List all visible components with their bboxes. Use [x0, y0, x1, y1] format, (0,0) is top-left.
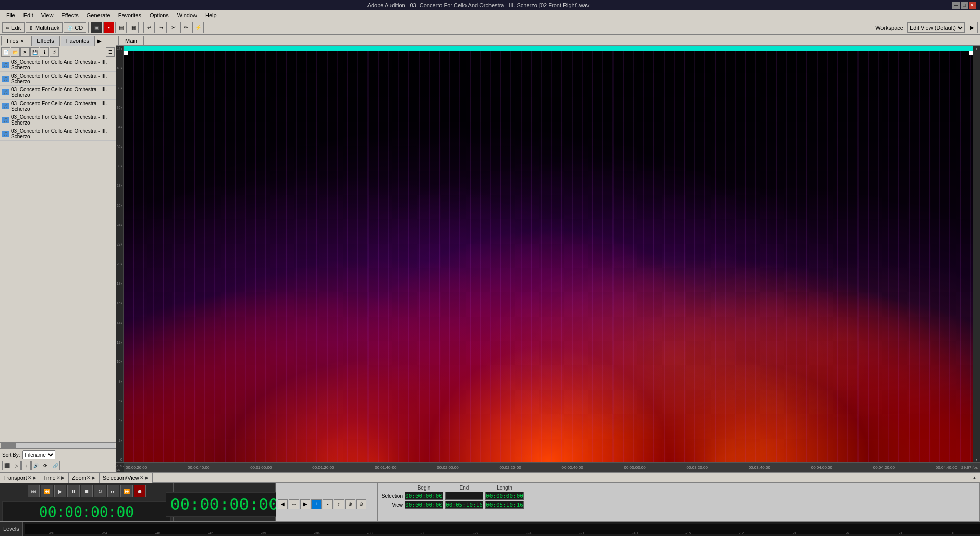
transport-tab-expand[interactable]: ▶: [32, 475, 37, 480]
maximize-button[interactable]: □: [961, 2, 968, 9]
levels-panel: Levels -60 -54 -48 -42 -39 -36 -33 -30 -…: [0, 521, 980, 536]
file-item[interactable]: 🎵 03_Concerto For Cello And Orchestra - …: [0, 58, 116, 72]
view-end-input[interactable]: [445, 501, 483, 509]
tool-btn-4[interactable]: ▦: [128, 22, 139, 33]
tool-btn-5[interactable]: ↩: [143, 22, 155, 33]
panel-bottom-btn-4[interactable]: 🔊: [31, 461, 40, 470]
transport-loop[interactable]: ↻: [94, 485, 106, 497]
sort-by-dropdown[interactable]: Filename: [22, 450, 55, 459]
panel-scroll-track[interactable]: [1, 443, 115, 448]
panel-scrollbar[interactable]: [0, 442, 116, 448]
file-item[interactable]: 🎵 03_Concerto For Cello And Orchestra - …: [0, 86, 116, 100]
freq-label: 40k: [117, 66, 123, 70]
zoom-out-horizontal[interactable]: ↔: [289, 499, 299, 509]
panel-bottom-btn-5[interactable]: ⟳: [41, 461, 50, 470]
file-item[interactable]: 🎵 03_Concerto For Cello And Orchestra - …: [0, 72, 116, 86]
panel-tool-info[interactable]: ℹ: [40, 47, 49, 57]
freq-ruler-right: ▲ ▼: [973, 46, 980, 462]
workspace-dropdown[interactable]: Edit View (Default): [907, 22, 965, 33]
zoom-tab-close[interactable]: ✕: [86, 475, 91, 480]
tool-btn-3[interactable]: ▤: [115, 22, 127, 33]
frequency-ruler: 42k 40k 38k 36k 34k 32k 30k 28k 26k 24k …: [116, 46, 124, 462]
selection-view-tab-close[interactable]: ✕: [139, 475, 144, 480]
panel-tool-new[interactable]: 📄: [1, 47, 10, 57]
panel-bottom-btn-1[interactable]: ⬛: [2, 461, 11, 470]
zoom-full[interactable]: ▶: [300, 499, 310, 509]
mode-edit-button[interactable]: ✏ Edit: [2, 22, 24, 33]
menu-options[interactable]: Options: [145, 11, 173, 19]
file-name: 03_Concerto For Cello And Orchestra - II…: [11, 59, 114, 70]
transport-play[interactable]: ▶: [54, 485, 66, 497]
menu-generate[interactable]: Generate: [83, 11, 114, 19]
file-item[interactable]: 🎵 03_Concerto For Cello And Orchestra - …: [0, 100, 116, 113]
menu-window[interactable]: Window: [173, 11, 201, 19]
panel-tool-menu[interactable]: ☰: [106, 47, 115, 57]
selection-view-tab[interactable]: Selection/View ✕ ▶: [100, 473, 153, 483]
freq-label: 12k: [117, 340, 123, 344]
time-tab-expand[interactable]: ▶: [61, 475, 65, 480]
menu-edit[interactable]: Edit: [19, 11, 37, 19]
selection-end-input[interactable]: [445, 492, 483, 500]
transport-skip-next[interactable]: ⏭: [107, 485, 119, 497]
tool-btn-7[interactable]: ✂: [168, 22, 179, 33]
panel-tool-close[interactable]: ✕: [20, 47, 30, 57]
tab-files-close[interactable]: ✕: [20, 39, 24, 44]
minimize-button[interactable]: ─: [952, 2, 960, 9]
transport-record[interactable]: ⏺: [134, 485, 146, 497]
selection-begin-input[interactable]: [405, 492, 443, 500]
time-tab-close[interactable]: ✕: [56, 475, 61, 480]
transport-stop[interactable]: ⏹: [81, 485, 93, 497]
fps-right: 29.97 fps: [959, 465, 980, 470]
transport-tab-close[interactable]: ✕: [27, 475, 32, 480]
selection-length-input[interactable]: [485, 492, 524, 500]
mode-cd-button[interactable]: 💿 CD: [64, 22, 86, 33]
zoom-in-button[interactable]: +: [311, 499, 322, 509]
selection-view-tab-expand[interactable]: ▶: [144, 475, 149, 480]
zoom-in-vertical[interactable]: ⊕: [345, 499, 355, 509]
menu-view[interactable]: View: [37, 11, 58, 19]
file-item[interactable]: 🎵 03_Concerto For Cello And Orchestra - …: [0, 127, 116, 141]
zoom-tab[interactable]: Zoom ✕ ▶: [69, 473, 100, 483]
tab-effects[interactable]: Effects: [31, 36, 59, 46]
mode-multitrack-button[interactable]: 🎚 Multitrack: [26, 22, 63, 33]
tool-btn-9[interactable]: ⚡: [192, 22, 204, 33]
tool-btn-6[interactable]: ↪: [156, 22, 167, 33]
transport-rewind[interactable]: ⏪: [41, 485, 53, 497]
spectrogram-display[interactable]: [124, 46, 973, 462]
view-length-input[interactable]: [485, 501, 524, 509]
zoom-out-button[interactable]: -: [323, 499, 333, 509]
transport-skip-back[interactable]: ⏮: [28, 485, 40, 497]
view-begin-input[interactable]: [405, 501, 443, 509]
panel-bottom-btn-6[interactable]: 🔗: [51, 461, 60, 470]
transport-pause[interactable]: ⏸: [67, 485, 80, 497]
menu-favorites[interactable]: Favorites: [114, 11, 145, 19]
panel-tool-refresh[interactable]: ↺: [50, 47, 59, 57]
panel-bottom-btn-2[interactable]: ▷: [12, 461, 21, 470]
transport-tab[interactable]: Transport ✕ ▶: [0, 473, 40, 483]
file-item[interactable]: 🎵 03_Concerto For Cello And Orchestra - …: [0, 113, 116, 127]
menu-help[interactable]: Help: [201, 11, 221, 19]
zoom-tab-expand[interactable]: ▶: [91, 475, 96, 480]
panel-tool-open[interactable]: 📂: [11, 47, 20, 57]
transport-fast-forward[interactable]: ⏩: [120, 485, 133, 497]
close-button[interactable]: ✕: [969, 2, 976, 9]
zoom-out-vertical[interactable]: ⊖: [356, 499, 366, 509]
tool-btn-8[interactable]: ✏: [180, 22, 191, 33]
tool-btn-1[interactable]: ▣: [91, 22, 102, 33]
zoom-fit-vertical[interactable]: ↕: [334, 499, 344, 509]
tool-btn-2[interactable]: ▪: [103, 22, 114, 33]
panel-expand-button[interactable]: ▶: [96, 36, 103, 46]
menu-effects[interactable]: Effects: [57, 11, 82, 19]
tab-favorites[interactable]: Favorites: [61, 36, 95, 46]
workspace-options-button[interactable]: ▶: [967, 22, 978, 33]
panel-bottom-btn-3[interactable]: ↓: [21, 461, 31, 470]
bottom-panels-expand[interactable]: ▲: [969, 473, 980, 482]
tab-files[interactable]: Files✕: [1, 36, 30, 46]
panel-tool-save[interactable]: 💾: [30, 47, 39, 57]
panel-scroll-thumb[interactable]: [1, 443, 16, 448]
time-tab[interactable]: Time ✕ ▶: [40, 473, 69, 483]
main-tab[interactable]: Main: [118, 36, 144, 45]
level-tick: -42: [184, 531, 237, 535]
menu-file[interactable]: File: [2, 11, 19, 19]
zoom-in-horizontal[interactable]: ◀: [278, 499, 288, 509]
